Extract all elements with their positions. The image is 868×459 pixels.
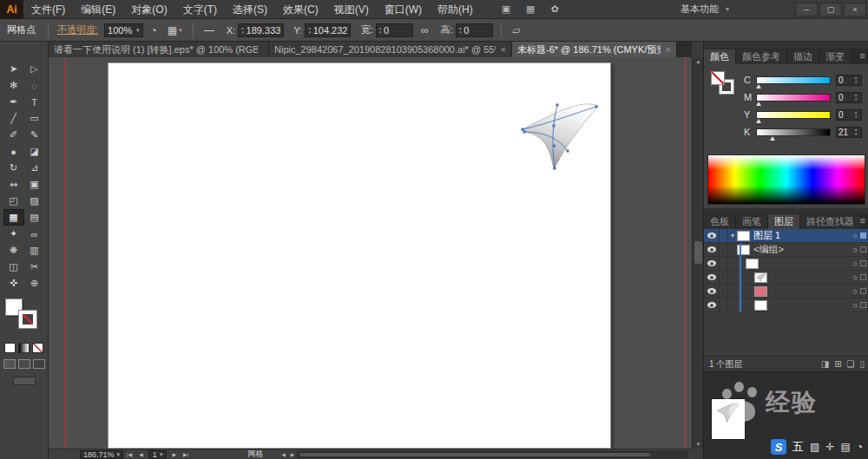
lock-toggle[interactable] bbox=[720, 243, 728, 256]
perspective-grid-tool[interactable]: ▨ bbox=[24, 193, 45, 209]
target-circle-icon[interactable]: ○ bbox=[853, 246, 858, 254]
direct-selection-tool[interactable]: ▷ bbox=[24, 61, 45, 77]
spinner-icon[interactable]: ▴▾ bbox=[854, 110, 857, 119]
shear-icon[interactable]: ▱ bbox=[512, 24, 520, 36]
spinner-down-icon[interactable]: ▾ bbox=[854, 97, 857, 102]
first-artboard-button[interactable]: |◀ bbox=[123, 451, 135, 457]
graph-tool[interactable]: ▥ bbox=[24, 242, 45, 259]
selection-tool[interactable]: ➤ bbox=[3, 61, 24, 77]
expander-icon[interactable]: ▶ bbox=[728, 288, 754, 295]
next-artboard-button[interactable]: ▶ bbox=[168, 451, 180, 457]
color-spectrum[interactable] bbox=[707, 154, 865, 205]
tab-pathfinder[interactable]: 路径查找器 bbox=[800, 214, 861, 229]
selection-indicator[interactable] bbox=[860, 288, 866, 294]
yellow-value-box[interactable]: 0▴▾ bbox=[836, 109, 862, 121]
chevron-down-icon[interactable]: ▾ bbox=[726, 5, 729, 13]
none-button[interactable] bbox=[32, 343, 43, 353]
tab-gradient[interactable]: 渐变 bbox=[819, 49, 852, 64]
spinner-down-icon[interactable]: ▾ bbox=[854, 132, 857, 136]
slider-thumb[interactable] bbox=[756, 102, 761, 106]
vertical-scroll-thumb[interactable] bbox=[694, 241, 702, 264]
menu-select[interactable]: 选择(S) bbox=[225, 0, 275, 19]
layer-row-5[interactable]: ▶ ○ bbox=[704, 285, 868, 298]
pencil-tool[interactable]: ✎ bbox=[24, 127, 45, 143]
zoom-level-select[interactable]: 186.71% ▾ bbox=[80, 450, 123, 459]
rotate-tool[interactable]: ↻ bbox=[3, 160, 24, 176]
mesh-body-path[interactable] bbox=[521, 104, 598, 170]
gradient-button[interactable] bbox=[18, 343, 30, 353]
close-icon[interactable]: × bbox=[666, 44, 671, 55]
scroll-up-icon[interactable]: ▲ bbox=[693, 57, 704, 66]
menu-view[interactable]: 视图(V) bbox=[326, 0, 377, 19]
chevron-down-icon[interactable]: ▾ bbox=[136, 27, 140, 34]
target-circle-icon[interactable]: ○ bbox=[853, 232, 858, 240]
square-icon[interactable]: ▣ bbox=[502, 3, 510, 15]
prev-artboard-button[interactable]: ◀ bbox=[135, 451, 147, 457]
spinner-down-icon[interactable]: ▾ bbox=[854, 115, 857, 119]
ime-toolbox-icon[interactable]: ✛ bbox=[825, 441, 834, 453]
spinner-down-icon[interactable]: ▾ bbox=[241, 30, 244, 35]
lock-toggle[interactable] bbox=[720, 271, 728, 284]
spinner-icon[interactable]: ▴▾ bbox=[241, 26, 244, 35]
delete-layer-button[interactable]: ▯ bbox=[859, 359, 865, 369]
flower-icon[interactable]: ✿ bbox=[550, 3, 558, 15]
close-button[interactable]: × bbox=[844, 3, 866, 16]
visibility-toggle[interactable] bbox=[704, 229, 720, 242]
pen-tool[interactable]: ✒ bbox=[3, 94, 24, 110]
menu-window[interactable]: 窗口(W) bbox=[377, 0, 430, 19]
document-tab-2[interactable]: Nipic_29842067_20190828103905368000.ai* … bbox=[269, 42, 512, 57]
mesh-object[interactable] bbox=[514, 101, 605, 174]
tab-swatches[interactable]: 色板 bbox=[704, 214, 736, 229]
artboard-tool[interactable]: ◫ bbox=[3, 259, 24, 275]
eraser-tool[interactable]: ◪ bbox=[24, 143, 45, 160]
layer-row-6[interactable]: ▶ ○ bbox=[704, 298, 868, 312]
type-tool[interactable]: T bbox=[24, 94, 45, 110]
visibility-toggle[interactable] bbox=[704, 298, 720, 311]
layer-label[interactable]: <编组> bbox=[753, 243, 784, 256]
scale-tool[interactable]: ⊿ bbox=[24, 160, 45, 176]
last-artboard-button[interactable]: ▶| bbox=[180, 451, 192, 457]
eyedropper-tool[interactable]: ✦ bbox=[3, 226, 24, 242]
selection-indicator[interactable] bbox=[860, 260, 866, 266]
workspace-switcher[interactable]: 基本功能 bbox=[681, 3, 719, 16]
target-circle-icon[interactable]: ○ bbox=[853, 301, 858, 310]
opacity-input[interactable]: 100% ▾ bbox=[104, 23, 143, 37]
menu-object[interactable]: 对象(O) bbox=[123, 0, 174, 19]
ime-logo-icon[interactable]: S bbox=[771, 439, 786, 455]
spinner-icon[interactable]: ▴▾ bbox=[308, 26, 311, 35]
color-button[interactable] bbox=[4, 343, 16, 353]
tab-brushes[interactable]: 画笔 bbox=[736, 214, 768, 229]
visibility-toggle[interactable] bbox=[704, 257, 720, 270]
yellow-slider[interactable] bbox=[756, 111, 831, 119]
lock-toggle[interactable] bbox=[720, 257, 728, 270]
fill-color-swatch[interactable] bbox=[711, 71, 725, 85]
expander-icon[interactable]: ▶ bbox=[728, 302, 754, 309]
expander-icon[interactable]: ▼ bbox=[728, 246, 737, 252]
minimize-button[interactable]: ─ bbox=[795, 3, 818, 16]
lock-toggle[interactable] bbox=[720, 285, 728, 298]
draw-inside-button[interactable] bbox=[33, 359, 45, 369]
menu-type[interactable]: 文字(T) bbox=[175, 0, 225, 19]
hand-tool[interactable]: ✜ bbox=[3, 275, 24, 292]
tab-color-guide[interactable]: 颜色参考 bbox=[736, 49, 787, 64]
make-mask-button[interactable]: ◨ bbox=[821, 359, 829, 369]
slice-tool[interactable]: ✂ bbox=[24, 259, 45, 275]
close-icon[interactable]: × bbox=[501, 44, 506, 55]
slider-thumb[interactable] bbox=[756, 119, 761, 123]
spinner-down-icon[interactable]: ▾ bbox=[459, 30, 462, 35]
spinner-down-icon[interactable]: ▾ bbox=[854, 80, 857, 84]
lock-toggle[interactable] bbox=[720, 298, 728, 311]
link-dimensions-icon[interactable]: ∞ bbox=[421, 24, 429, 36]
selection-indicator[interactable] bbox=[860, 246, 866, 252]
target-circle-icon[interactable]: ○ bbox=[853, 287, 858, 296]
panel-menu-icon[interactable]: ≡ bbox=[860, 215, 865, 226]
draw-behind-button[interactable] bbox=[18, 359, 30, 369]
spinner-down-icon[interactable]: ▾ bbox=[308, 30, 311, 35]
opacity-label[interactable]: 不透明度: bbox=[57, 23, 98, 36]
chevron-down-icon[interactable]: ▾ bbox=[117, 451, 121, 458]
magenta-slider[interactable] bbox=[756, 94, 831, 102]
visibility-toggle[interactable] bbox=[704, 285, 720, 298]
magic-wand-tool[interactable]: ✻ bbox=[3, 77, 24, 94]
width-tool[interactable]: ↭ bbox=[3, 176, 24, 193]
slider-thumb[interactable] bbox=[770, 136, 775, 141]
